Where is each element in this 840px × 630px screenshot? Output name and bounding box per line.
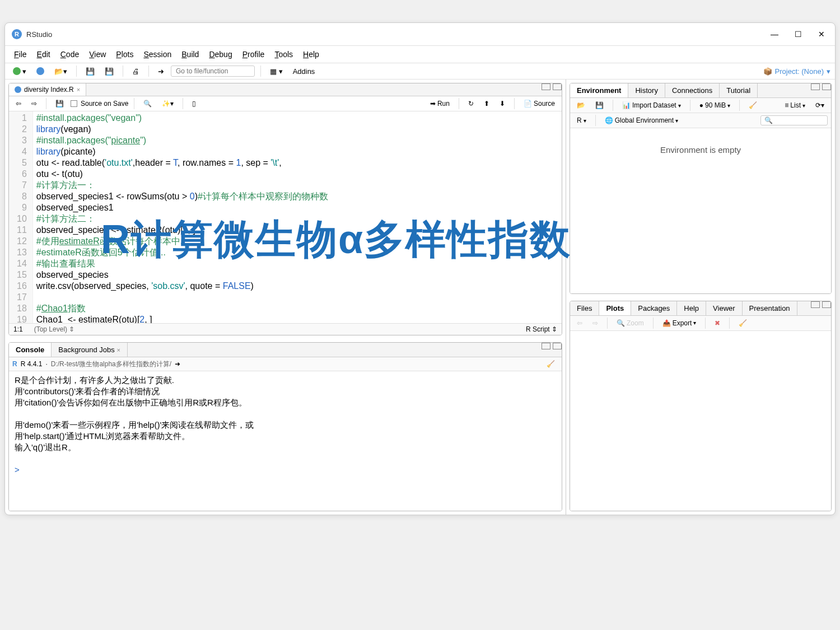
r-version: R 4.4.1 xyxy=(21,360,43,368)
close-button[interactable]: ✕ xyxy=(815,27,828,41)
goto-input[interactable] xyxy=(171,66,255,77)
run-button[interactable]: ➡ Run xyxy=(427,99,453,109)
tab-viewer[interactable]: Viewer xyxy=(706,301,743,315)
menu-build[interactable]: Build xyxy=(177,48,203,60)
env-empty-message: Environment is empty xyxy=(570,128,831,171)
back-button[interactable]: ⇦ xyxy=(12,99,25,109)
menu-session[interactable]: Session xyxy=(139,48,176,60)
project-icon: 📦 xyxy=(763,67,772,76)
zoom-button[interactable]: 🔍 Zoom xyxy=(613,318,647,328)
env-search-input[interactable] xyxy=(760,115,828,125)
menu-plots[interactable]: Plots xyxy=(111,48,138,60)
r-scope-button[interactable]: R xyxy=(573,115,590,125)
source-pane: diversity Index.R × ⇦ ⇨ 💾 Source on Save xyxy=(8,83,562,335)
save-button[interactable]: 💾 xyxy=(82,66,98,77)
tab-plots[interactable]: Plots xyxy=(599,301,631,315)
console-pane: Console Background Jobs × R R 4.4.1 · D:… xyxy=(8,342,562,511)
tab-environment[interactable]: Environment xyxy=(570,83,628,97)
menu-profile[interactable]: Profile xyxy=(238,48,269,60)
plot-next-button[interactable]: ⇨ xyxy=(589,318,601,328)
tab-close-icon[interactable]: × xyxy=(77,86,80,93)
down-button[interactable]: ⬇ xyxy=(496,99,508,109)
tab-tutorial[interactable]: Tutorial xyxy=(720,83,758,97)
menu-tools[interactable]: Tools xyxy=(270,48,297,60)
addins-button[interactable]: Addins xyxy=(290,66,319,77)
rerun-button[interactable]: ↻ xyxy=(465,99,477,109)
editor-tab[interactable]: diversity Index.R × xyxy=(9,83,86,96)
cursor-position: 1:1 xyxy=(13,325,23,333)
new-project-button[interactable] xyxy=(33,66,48,76)
tab-files[interactable]: Files xyxy=(570,301,599,315)
source-button[interactable]: 📄 Source xyxy=(520,99,558,109)
r-logo-icon: R xyxy=(12,360,17,368)
tab-presentation[interactable]: Presentation xyxy=(743,301,797,315)
working-directory[interactable]: D:/R-test/微生物alpha多样性指数的计算/ xyxy=(51,360,171,369)
menubar: File Edit Code View Plots Session Build … xyxy=(5,46,835,63)
refresh-env-button[interactable]: ⟳▾ xyxy=(812,100,828,110)
tab-connections[interactable]: Connections xyxy=(665,83,720,97)
tab-background-jobs[interactable]: Background Jobs × xyxy=(52,343,128,357)
notebook-button[interactable]: ▯ xyxy=(189,99,199,109)
grid-button[interactable]: ▦ ▾ xyxy=(267,66,286,77)
scope-indicator[interactable]: (Top Level) ⇕ xyxy=(34,325,75,333)
menu-help[interactable]: Help xyxy=(298,48,324,60)
list-view-button[interactable]: ≡ List xyxy=(781,100,809,110)
env-max-button[interactable] xyxy=(822,83,831,90)
wand-button[interactable]: ✨▾ xyxy=(158,99,177,109)
files-max-button[interactable] xyxy=(822,301,831,308)
save-workspace-button[interactable]: 💾 xyxy=(592,100,607,110)
env-min-button[interactable] xyxy=(811,83,820,90)
minimize-button[interactable]: — xyxy=(768,27,781,41)
tab-history[interactable]: History xyxy=(628,83,665,97)
rstudio-icon: R xyxy=(12,29,22,39)
remove-plot-button[interactable]: ✖ xyxy=(711,318,724,328)
menu-edit[interactable]: Edit xyxy=(32,48,55,60)
print-button[interactable]: 🖨 xyxy=(129,66,143,77)
tab-help[interactable]: Help xyxy=(677,301,706,315)
pane-minimize-button[interactable] xyxy=(542,83,550,90)
menu-debug[interactable]: Debug xyxy=(204,48,236,60)
source-on-save-checkbox[interactable] xyxy=(71,100,77,107)
console-minimize-button[interactable] xyxy=(542,343,550,349)
open-file-button[interactable]: 📂▾ xyxy=(51,66,71,77)
tab-console[interactable]: Console xyxy=(9,343,52,357)
new-file-button[interactable]: ▾ xyxy=(10,66,30,77)
menu-file[interactable]: File xyxy=(10,48,31,60)
up-button[interactable]: ⬆ xyxy=(480,99,493,109)
memory-indicator[interactable]: ● 90 MiB xyxy=(696,100,734,110)
save-all-button[interactable]: 💾 xyxy=(101,66,117,77)
save-file-button[interactable]: 💾 xyxy=(52,99,67,109)
plot-area xyxy=(570,331,831,511)
files-plots-pane: FilesPlotsPackagesHelpViewerPresentation… xyxy=(570,301,832,512)
goto-arrow-icon: ➜ xyxy=(155,66,167,77)
clear-plots-button[interactable]: 🧹 xyxy=(735,318,750,328)
find-button[interactable]: 🔍 xyxy=(140,99,155,109)
menu-view[interactable]: View xyxy=(85,48,110,60)
r-file-icon xyxy=(15,86,21,93)
source-on-save-label: Source on Save xyxy=(81,100,128,108)
menu-code[interactable]: Code xyxy=(56,48,83,60)
maximize-button[interactable]: ☐ xyxy=(791,27,805,41)
rstudio-window: R RStudio — ☐ ✕ File Edit Code View Plot… xyxy=(4,22,836,515)
window-title: RStudio xyxy=(26,30,768,39)
pane-maximize-button[interactable] xyxy=(553,83,562,90)
clear-env-button[interactable]: 🧹 xyxy=(745,100,760,110)
load-workspace-button[interactable]: 📂 xyxy=(573,100,589,110)
import-dataset-button[interactable]: 📊 Import Dataset xyxy=(619,100,684,110)
main-toolbar: ▾ 📂▾ 💾 💾 🖨 ➜ ▦ ▾ Addins 📦 Project: (None… xyxy=(5,63,835,80)
global-env-button[interactable]: 🌐 Global Environment xyxy=(601,115,682,125)
console-output[interactable]: R是个合作计划，有许多人为之做出了贡献. 用'contributors()'来看… xyxy=(9,371,562,511)
files-min-button[interactable] xyxy=(811,301,820,308)
forward-button[interactable]: ⇨ xyxy=(28,99,40,109)
plot-prev-button[interactable]: ⇦ xyxy=(573,318,586,328)
clear-console-button[interactable]: 🧹 xyxy=(543,359,558,369)
titlebar: R RStudio — ☐ ✕ xyxy=(5,23,835,46)
console-prompt[interactable]: > xyxy=(15,465,20,474)
script-type[interactable]: R Script ⇕ xyxy=(526,325,557,333)
tab-packages[interactable]: Packages xyxy=(631,301,677,315)
overlay-title: R计算微生物α多样性指数 xyxy=(101,213,829,267)
wd-arrow-icon[interactable]: ➜ xyxy=(175,360,180,368)
export-button[interactable]: 📤 Export xyxy=(659,318,700,328)
project-selector[interactable]: 📦 Project: (None) ▾ xyxy=(763,67,830,76)
console-maximize-button[interactable] xyxy=(553,343,562,349)
